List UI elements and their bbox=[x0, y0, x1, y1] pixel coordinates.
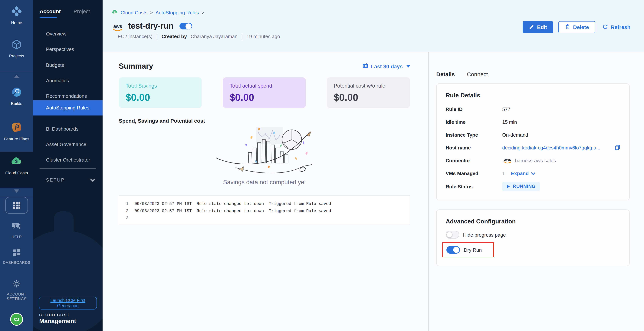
connector-name: harness-aws-sales bbox=[515, 158, 556, 163]
details-tabs: Details Connect bbox=[436, 71, 630, 77]
total-actual-spend-card: Total actual spend $0.00 bbox=[223, 77, 306, 108]
hide-progress-toggle[interactable] bbox=[446, 231, 459, 238]
nav-item-cluster-orchestrator[interactable]: Cluster Orchestrator bbox=[33, 156, 102, 165]
nav-item-anomalies[interactable]: Anomalies bbox=[33, 76, 102, 85]
sidebar-item-account-settings[interactable]: ACCOUNT SETTINGS bbox=[0, 279, 33, 301]
log-line: 1 09/03/2023 02:57 PM IST Rule state cha… bbox=[126, 200, 403, 208]
instance-type-row: Instance Type On-demand bbox=[446, 131, 620, 139]
sidebar-item-projects[interactable]: Projects bbox=[0, 39, 33, 58]
date-range-picker[interactable]: Last 30 days bbox=[362, 63, 410, 70]
refresh-button[interactable]: Refresh bbox=[601, 21, 632, 33]
caret-down-icon bbox=[406, 65, 410, 67]
module-picker-button[interactable] bbox=[5, 197, 28, 214]
launch-ccm-first-gen-button[interactable]: Launch CCM First Generation bbox=[39, 297, 97, 309]
sidebar-item-label: Home bbox=[11, 20, 22, 25]
date-range-label: Last 30 days bbox=[371, 63, 403, 69]
tab-project[interactable]: Project bbox=[74, 8, 90, 14]
brand-management: Management bbox=[39, 318, 76, 324]
cloud-costs-icon: $ bbox=[11, 156, 22, 168]
app-root: Home Projects Builds bbox=[0, 0, 644, 331]
created-by-name: Charanya Jayaraman bbox=[190, 34, 238, 39]
brand-cloud-cost: CLOUD COST bbox=[39, 313, 70, 317]
svg-text:?: ? bbox=[14, 223, 16, 227]
user-avatar[interactable]: CJ bbox=[10, 313, 23, 326]
host-name-row: Host name deciding-kodiak-cg4qcs4h0mmv6l… bbox=[446, 143, 620, 152]
created-by-label: Created by bbox=[162, 34, 187, 39]
edit-button[interactable]: Edit bbox=[523, 21, 553, 33]
rule-status-row: Rule Status RUNNING bbox=[446, 182, 620, 191]
rule-activity-log[interactable]: 1 09/03/2023 02:57 PM IST Rule state cha… bbox=[119, 195, 410, 225]
nav-divider bbox=[40, 168, 96, 169]
delete-button[interactable]: Delete bbox=[558, 21, 595, 33]
log-line: 3 bbox=[126, 215, 403, 222]
potential-cost-value: $0.00 bbox=[334, 92, 403, 103]
breadcrumb-autostopping-rules[interactable]: AutoStopping Rules bbox=[156, 10, 199, 15]
sidebar-item-builds[interactable]: Builds bbox=[0, 87, 33, 106]
sidebar-item-label: DASHBOARDS bbox=[3, 260, 30, 265]
gear-icon bbox=[12, 279, 21, 290]
nav-item-budgets[interactable]: Budgets bbox=[33, 61, 102, 70]
nav-item-overview[interactable]: Overview bbox=[33, 30, 102, 39]
summary-heading: Summary bbox=[119, 62, 153, 71]
scroll-down-icon[interactable] bbox=[0, 189, 33, 193]
sidebar-item-feature-flags[interactable]: Feature Flags bbox=[0, 122, 33, 141]
summary-section: Summary Last 30 days Total Savings $0.00 bbox=[102, 52, 428, 331]
sidebar-item-dashboards[interactable]: DASHBOARDS bbox=[0, 248, 33, 265]
instance-type-text: EC2 instance(s) bbox=[118, 34, 152, 39]
expand-vms-button[interactable]: Expand bbox=[511, 171, 536, 176]
breadcrumb-separator: > bbox=[202, 10, 204, 15]
breadcrumb-cloud-costs[interactable]: Cloud Costs bbox=[121, 10, 148, 15]
chart-heading: Spend, Savings and Potential cost bbox=[119, 118, 410, 124]
empty-chart-text: Savings data not computed yet bbox=[223, 179, 306, 186]
sidebar-item-help[interactable]: ? HELP bbox=[0, 222, 33, 239]
grid-icon bbox=[13, 202, 20, 209]
advanced-configuration-heading: Advanced Configuration bbox=[446, 218, 620, 225]
tab-details[interactable]: Details bbox=[436, 71, 455, 77]
page-subtitle: EC2 instance(s) | Created by Charanya Ja… bbox=[118, 33, 644, 40]
sidebar-item-label: ACCOUNT SETTINGS bbox=[4, 292, 30, 301]
tab-connect[interactable]: Connect bbox=[467, 71, 488, 77]
module-nav: Account Project Overview Perspectives Bu… bbox=[33, 0, 102, 331]
sidebar-item-label: Projects bbox=[9, 54, 24, 58]
details-panel: Details Connect Rule Details Rule ID 577… bbox=[428, 52, 644, 331]
rule-enabled-toggle[interactable] bbox=[180, 23, 192, 30]
svg-text:$: $ bbox=[15, 159, 18, 164]
host-name-link[interactable]: deciding-kodiak-cg4qcs4h0mmv6lo7gqkg.a..… bbox=[502, 145, 600, 151]
nav-item-perspectives[interactable]: Perspectives bbox=[33, 45, 102, 54]
main-content: $ Cloud Costs > AutoStopping Rules > aws… bbox=[102, 0, 644, 331]
cloud-costs-breadcrumb-icon: $ bbox=[112, 9, 118, 16]
chevron-down-icon bbox=[90, 177, 95, 183]
dashboards-icon bbox=[12, 248, 21, 258]
total-savings-value: $0.00 bbox=[126, 92, 195, 103]
aws-logo-text: aws bbox=[113, 24, 122, 28]
trash-icon bbox=[565, 24, 570, 31]
sidebar-item-cloud-costs[interactable]: $ Cloud Costs bbox=[0, 156, 33, 175]
dry-run-toggle[interactable] bbox=[446, 246, 460, 254]
breadcrumb-separator: > bbox=[150, 10, 153, 15]
hide-progress-page-row: Hide progress page bbox=[446, 231, 620, 238]
aws-logo-icon: aws bbox=[503, 158, 512, 164]
nav-item-recommendations[interactable]: Recommendations bbox=[33, 92, 102, 101]
scroll-up-icon[interactable] bbox=[0, 75, 33, 78]
rule-id-value: 577 bbox=[502, 106, 620, 112]
nav-item-autostopping-rules[interactable]: AutoStopping Rules bbox=[33, 100, 102, 116]
instance-type-value: On-demand bbox=[502, 132, 620, 138]
sidebar-item-label: Feature Flags bbox=[4, 137, 30, 141]
nav-item-setup[interactable]: SETUP bbox=[33, 177, 102, 183]
rule-id-row: Rule ID 577 bbox=[446, 105, 620, 114]
sidebar-item-label: Cloud Costs bbox=[5, 171, 28, 175]
sidebar-item-label: Builds bbox=[11, 101, 22, 106]
nav-item-bi-dashboards[interactable]: BI Dashboards bbox=[33, 125, 102, 134]
page-header: $ Cloud Costs > AutoStopping Rules > aws… bbox=[102, 0, 644, 52]
nav-item-asset-governance[interactable]: Asset Governance bbox=[33, 140, 102, 149]
summary-cards: Total Savings $0.00 Total actual spend $… bbox=[119, 77, 410, 108]
sidebar-item-label: HELP bbox=[12, 235, 22, 239]
total-actual-spend-value: $0.00 bbox=[230, 92, 299, 103]
advanced-configuration-card: Advanced Configuration Hide progress pag… bbox=[436, 209, 630, 266]
tab-account[interactable]: Account bbox=[40, 8, 61, 14]
sidebar-item-home[interactable]: Home bbox=[0, 6, 33, 25]
svg-text:$: $ bbox=[114, 10, 116, 14]
help-chat-icon: ? bbox=[12, 222, 22, 232]
play-icon bbox=[507, 185, 510, 188]
copy-icon[interactable] bbox=[614, 144, 620, 151]
